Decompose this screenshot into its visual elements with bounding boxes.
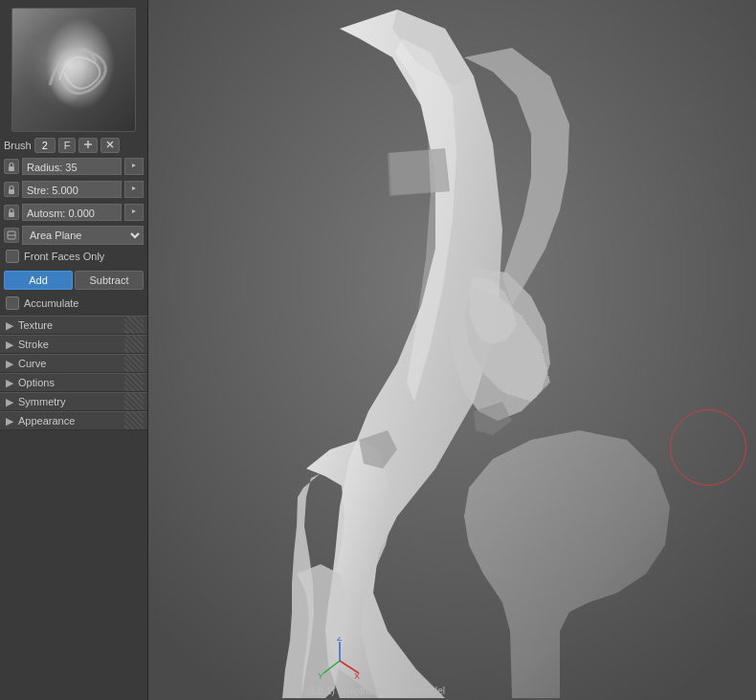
accumulate-label: Accumulate — [24, 297, 78, 309]
appearance-label: Appearance — [18, 415, 142, 427]
stroke-arrow-icon: ▶ — [6, 339, 13, 350]
symmetry-label: Symmetry — [18, 396, 142, 407]
accumulate-row[interactable]: Accumulate — [0, 295, 147, 312]
autosmooth-lock-icon[interactable] — [4, 205, 19, 220]
options-hatch — [124, 374, 144, 391]
viewport-canvas: Z Y X (1.6.1) sculpthasher.sculptmodel — [148, 0, 756, 700]
status-bar: (1.6.1) sculpthasher.sculptmodel — [301, 686, 756, 696]
radius-arrow-button[interactable] — [124, 158, 144, 175]
strength-value[interactable]: Stre: 5.000 — [22, 181, 122, 198]
autosmooth-value[interactable]: Autosm: 0.000 — [22, 204, 122, 221]
front-faces-label: Front Faces Only — [24, 251, 104, 262]
brush-plus-button[interactable] — [78, 138, 98, 153]
options-arrow-icon: ▶ — [6, 378, 13, 388]
add-button[interactable]: Add — [4, 271, 73, 290]
svg-marker-8 — [132, 186, 136, 190]
texture-arrow-icon: ▶ — [6, 320, 13, 331]
symmetry-arrow-icon: ▶ — [6, 397, 13, 407]
texture-label: Texture — [18, 319, 142, 331]
autosmooth-arrow-button[interactable] — [124, 204, 144, 221]
section-header-symmetry[interactable]: ▶ Symmetry — [0, 392, 147, 411]
strength-row: Stre: 5.000 — [0, 179, 147, 200]
brush-text-label: Brush — [4, 140, 32, 151]
section-header-curve[interactable]: ▶ Curve — [0, 354, 147, 373]
appearance-hatch — [124, 412, 144, 429]
curve-label: Curve — [18, 358, 142, 369]
svg-rect-5 — [9, 166, 14, 171]
brush-number-input[interactable] — [34, 138, 56, 153]
svg-marker-6 — [132, 164, 136, 167]
svg-rect-7 — [9, 189, 14, 194]
brush-preview[interactable] — [11, 8, 136, 132]
section-header-appearance[interactable]: ▶ Appearance — [0, 411, 147, 430]
viewport[interactable]: Z Y X (1.6.1) sculpthasher.sculptmodel — [148, 0, 756, 700]
svg-text:Y: Y — [318, 671, 323, 681]
brush-controls-row: Brush F — [0, 136, 147, 155]
sidebar: Brush F Radius: 35 Stre: 5.000 — [0, 0, 148, 700]
normal-mode-icon — [4, 228, 19, 243]
normal-mode-row: Area Plane — [0, 224, 147, 247]
accumulate-checkbox[interactable] — [6, 296, 19, 310]
subtract-button[interactable]: Subtract — [75, 271, 144, 290]
section-header-texture[interactable]: ▶ Texture — [0, 316, 147, 335]
strength-lock-icon[interactable] — [4, 182, 19, 197]
options-label: Options — [18, 377, 142, 388]
sidebar-sections: ▶ Texture ▶ Stroke ▶ Curve ▶ Options ▶ S… — [0, 312, 147, 700]
section-header-options[interactable]: ▶ Options — [0, 373, 147, 392]
stroke-hatch — [124, 336, 144, 353]
svg-rect-9 — [9, 212, 14, 217]
curve-hatch — [124, 355, 144, 372]
radius-value[interactable]: Radius: 35 — [22, 158, 122, 175]
section-header-stroke[interactable]: ▶ Stroke — [0, 335, 147, 354]
front-faces-row[interactable]: Front Faces Only — [0, 247, 147, 266]
strength-arrow-button[interactable] — [124, 181, 144, 198]
svg-line-16 — [323, 661, 340, 673]
svg-text:Z: Z — [337, 637, 343, 643]
texture-hatch — [124, 317, 144, 334]
svg-text:X: X — [354, 671, 360, 681]
stroke-label: Stroke — [18, 339, 142, 350]
mesh-svg — [148, 0, 756, 700]
radius-row: Radius: 35 — [0, 156, 147, 177]
symmetry-hatch — [124, 393, 144, 410]
add-subtract-row: Add Subtract — [0, 269, 147, 292]
status-text: (1.6.1) sculpthasher.sculptmodel — [307, 686, 445, 696]
curve-arrow-icon: ▶ — [6, 359, 13, 369]
axes-widget: Z Y X — [316, 637, 364, 685]
appearance-arrow-icon: ▶ — [6, 416, 13, 427]
autosmooth-row: Autosm: 0.000 — [0, 202, 147, 223]
front-faces-checkbox[interactable] — [6, 250, 19, 263]
normal-mode-select[interactable]: Area Plane — [22, 226, 144, 245]
svg-marker-10 — [132, 209, 136, 213]
radius-lock-icon[interactable] — [4, 159, 19, 174]
brush-f-button[interactable]: F — [58, 138, 77, 153]
brush-x-button[interactable] — [100, 138, 120, 153]
